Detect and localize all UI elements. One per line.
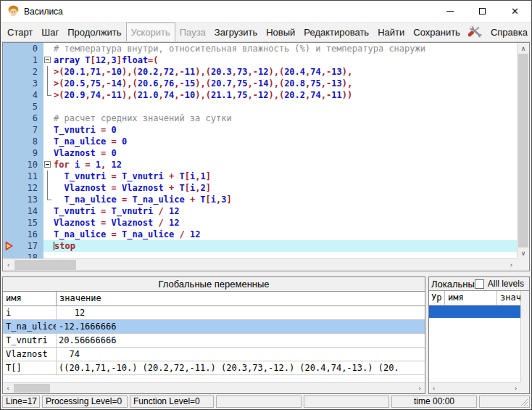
code-line-10[interactable]: 10for i = 1, 12: [3, 159, 517, 171]
code-line-3[interactable]: 3>(20.5,75,-14),(20.6,76,-15),(20.7,75,-…: [3, 78, 517, 89]
code-line-17[interactable]: 17stop: [3, 240, 517, 252]
menu-item-continue[interactable]: Продолжить: [63, 22, 125, 41]
scroll-left-icon[interactable]: ‹: [3, 259, 14, 271]
scroll-right-icon[interactable]: ›: [415, 383, 425, 393]
code-text[interactable]: T_vnutri = T_vnutri / 12: [52, 205, 517, 217]
code-line-1[interactable]: 1array T[12,3]float=(: [3, 54, 517, 66]
table-row[interactable]: Vlaznost 74: [3, 348, 425, 361]
line-gutter[interactable]: 14: [3, 205, 43, 217]
table-row[interactable]: i 12: [3, 306, 425, 320]
column-header-name[interactable]: имя: [3, 292, 57, 306]
editor-vscroll-thumb[interactable]: [518, 54, 528, 247]
line-gutter[interactable]: 12: [3, 182, 43, 194]
code-line-4[interactable]: 4>(20.9,74,-11),(21.0,74,-10),(21.1,75,-…: [3, 89, 517, 101]
table-row[interactable]: T_na_ulice-12.1666666: [3, 320, 425, 334]
globals-hscroll-thumb[interactable]: [14, 384, 50, 393]
code-text[interactable]: T_na_ulice = 0: [52, 136, 517, 147]
code-text[interactable]: Vlaznost = 0: [52, 147, 517, 159]
editor-vertical-scrollbar[interactable]: ∧ ∨: [517, 43, 529, 258]
code-line-6[interactable]: 6# расчет средних значений за сутки: [3, 112, 517, 124]
line-gutter[interactable]: 18: [3, 252, 43, 258]
code-text[interactable]: T_na_ulice = T_na_ulice + T[i,3]: [52, 194, 517, 205]
line-gutter[interactable]: 4: [3, 89, 43, 101]
code-text[interactable]: >(20.1,71,-10),(20.2,72,-11),(20.3,73,-1…: [52, 66, 517, 78]
code-text[interactable]: # температура внутри, относительная влаж…: [52, 43, 517, 54]
table-row[interactable]: T[]((20.1,71,-10.) (20.2,72,-11.) (20.3,…: [3, 361, 425, 375]
line-gutter[interactable]: 2: [3, 66, 43, 78]
code-text[interactable]: [52, 252, 517, 258]
column-header-value[interactable]: значение: [57, 292, 425, 306]
line-gutter[interactable]: 1: [3, 54, 43, 66]
line-gutter[interactable]: 10: [3, 159, 43, 171]
scroll-left-icon[interactable]: ‹: [429, 383, 439, 393]
column-header-value[interactable]: знач: [497, 291, 520, 305]
line-gutter[interactable]: 17: [3, 240, 43, 252]
line-gutter[interactable]: 9: [3, 147, 43, 159]
line-gutter[interactable]: 6: [3, 112, 43, 124]
code-text[interactable]: array T[12,3]float=(: [52, 54, 517, 66]
maximize-button[interactable]: [466, 1, 499, 22]
code-text[interactable]: # расчет средних значений за сутки: [52, 112, 517, 124]
code-line-14[interactable]: 14T_vnutri = T_vnutri / 12: [3, 205, 517, 217]
line-gutter[interactable]: 7: [3, 124, 43, 136]
code-text[interactable]: Vlaznost = Vlaznost / 12: [52, 217, 517, 229]
code-text[interactable]: stop: [52, 240, 517, 252]
line-gutter[interactable]: 8: [3, 136, 43, 147]
code-line-12[interactable]: 12 Vlaznost = Vlaznost + T[i,2]: [3, 182, 517, 194]
all-levels-checkbox[interactable]: [475, 279, 484, 289]
close-button[interactable]: ✕: [499, 1, 531, 22]
code-text[interactable]: >(20.5,75,-14),(20.6,76,-15),(20.7,75,-1…: [52, 78, 517, 89]
editor-hscroll-thumb[interactable]: [14, 260, 76, 270]
menu-item-save[interactable]: Сохранить: [409, 22, 465, 41]
menu-item-help[interactable]: Справка: [486, 22, 532, 41]
scroll-up-icon[interactable]: ∧: [518, 43, 529, 54]
menu-item-start[interactable]: Старт: [3, 22, 37, 41]
fold-collapse-icon[interactable]: [44, 161, 51, 168]
line-gutter[interactable]: 15: [3, 217, 43, 229]
code-line-16[interactable]: 16T_na_ulice = T_na_ulice / 12: [3, 229, 517, 240]
code-line-0[interactable]: 0# температура внутри, относительная вла…: [3, 43, 517, 54]
app-icon[interactable]: [7, 5, 20, 17]
code-text[interactable]: >(20.9,74,-11),(21.0,74,-10),(21.1,75,-1…: [52, 89, 517, 101]
fold-collapse-icon[interactable]: [44, 57, 51, 63]
line-gutter[interactable]: 0: [3, 43, 43, 54]
menu-item-pause[interactable]: Пауза: [175, 22, 210, 41]
line-gutter[interactable]: 13: [3, 194, 43, 205]
code-line-18[interactable]: 18: [3, 252, 517, 258]
code-line-8[interactable]: 8T_na_ulice = 0: [3, 136, 517, 147]
menu-item-edit[interactable]: Редактировать: [299, 22, 373, 41]
code-text[interactable]: Vlaznost = Vlaznost + T[i,2]: [52, 182, 517, 194]
locals-selected-row[interactable]: [429, 306, 520, 318]
locals-horizontal-scrollbar[interactable]: ‹ ›: [429, 382, 520, 393]
code-line-15[interactable]: 15Vlaznost = Vlaznost / 12: [3, 217, 517, 229]
line-gutter[interactable]: 11: [3, 171, 43, 182]
menu-item-load[interactable]: Загрузить: [210, 22, 262, 41]
resize-grip[interactable]: [520, 398, 528, 406]
code-text[interactable]: for i = 1, 12: [52, 159, 517, 171]
scroll-right-icon[interactable]: ›: [506, 259, 517, 271]
code-line-9[interactable]: 9Vlaznost = 0: [3, 147, 517, 159]
code-line-5[interactable]: 5: [3, 101, 517, 112]
locals-vertical-scrollbar[interactable]: [520, 291, 529, 382]
editor-horizontal-scrollbar[interactable]: ‹ ›: [3, 258, 517, 271]
code-text[interactable]: T_vnutri = 0: [52, 124, 517, 136]
code-line-13[interactable]: 13 T_na_ulice = T_na_ulice + T[i,3]: [3, 194, 517, 205]
menu-item-new[interactable]: Новый: [262, 22, 299, 41]
tools-icon[interactable]: [465, 22, 486, 41]
code-line-11[interactable]: 11 T_vnutri = T_vnutri + T[i,1]: [3, 171, 517, 182]
minimize-button[interactable]: [433, 1, 466, 22]
scroll-right-icon[interactable]: ›: [511, 383, 520, 393]
menu-item-find[interactable]: Найти: [373, 22, 409, 41]
code-text[interactable]: T_na_ulice = T_na_ulice / 12: [52, 229, 517, 240]
line-gutter[interactable]: 3: [3, 78, 43, 89]
scroll-down-icon[interactable]: ∨: [518, 247, 529, 258]
code-text[interactable]: T_vnutri = T_vnutri + T[i,1]: [52, 171, 517, 182]
code-line-7[interactable]: 7T_vnutri = 0: [3, 124, 517, 136]
column-header-name[interactable]: имя: [445, 291, 497, 305]
code-line-2[interactable]: 2>(20.1,71,-10),(20.2,72,-11),(20.3,73,-…: [3, 66, 517, 78]
line-gutter[interactable]: 16: [3, 229, 43, 240]
globals-horizontal-scrollbar[interactable]: ‹ ›: [3, 382, 425, 393]
table-row[interactable]: T_vnutri20.56666666: [3, 334, 425, 348]
column-header-level[interactable]: Ур: [429, 291, 445, 305]
code-area[interactable]: 0# температура внутри, относительная вла…: [3, 43, 517, 258]
